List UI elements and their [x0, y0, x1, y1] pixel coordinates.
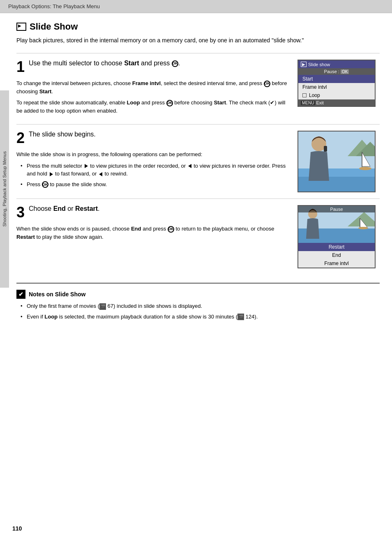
- step-2-left: 2 The slide show begins. While the slide…: [16, 131, 289, 192]
- loop-label: Loop: [309, 92, 320, 98]
- step-2-bullet-2: Press OK to pause the slide show.: [21, 180, 289, 189]
- step-3-left: 3 Choose End or Restart. When the slide …: [16, 205, 289, 268]
- ok-circle-3: OK: [42, 181, 48, 188]
- step-2-heading: 2 The slide show begins.: [16, 131, 289, 145]
- svg-point-7: [359, 167, 371, 170]
- menu-item-start: Start: [298, 75, 375, 83]
- photo-illustration-step2: [297, 131, 376, 192]
- slide-show-icon: [16, 23, 26, 31]
- step-3-heading: 3 Choose End or Restart.: [16, 205, 289, 220]
- menu-key: MENU: [301, 101, 315, 105]
- step-1-section: 1 Use the multi selector to choose Start…: [16, 53, 380, 124]
- right-arrow-icon: [85, 164, 88, 168]
- side-tab: Shooting, Playback and Setup Menus: [0, 90, 9, 288]
- step-2-right: [297, 131, 380, 192]
- header-text: Playback Options: The Playback Menu: [8, 3, 100, 9]
- left-arrow-icon: [188, 164, 191, 168]
- left-arrow-icon-2: [99, 172, 102, 176]
- step-3-body: When the slide show ends or is paused, c…: [16, 225, 289, 241]
- photo-svg: [298, 132, 376, 192]
- page-title: Slide Show: [30, 21, 78, 32]
- camera-menu-title-text: Slide show: [308, 62, 330, 67]
- step-1-para-1: To change the interval between pictures,…: [16, 79, 289, 95]
- ok-button-icon: OK: [172, 60, 178, 67]
- page-subtitle: Play back pictures, stored in the intern…: [16, 36, 380, 45]
- pause-menu-item-end: End: [298, 251, 375, 259]
- pause-menu-step3: Pause Restart End Frame intvl: [297, 205, 376, 268]
- step-1-para-2: To repeat the slide show automatically, …: [16, 99, 289, 115]
- notes-body: Only the first frame of movies (🎬 67) in…: [16, 302, 380, 321]
- notes-header: ✔ Notes on Slide Show: [16, 290, 380, 299]
- camera-menu-step1: ▶ Slide show Pause : OK Start Frame intv…: [297, 60, 376, 107]
- step-3-section: 3 Choose End or Restart. When the slide …: [16, 198, 380, 275]
- step-3-para: When the slide show ends or is paused, c…: [16, 225, 289, 241]
- ok-circle-1: OK: [264, 81, 270, 87]
- ok-circle-4: OK: [168, 226, 174, 233]
- step-2-body: While the slide show is in progress, the…: [16, 150, 289, 188]
- camera-menu-icon: ▶: [301, 62, 307, 67]
- step-2-bullets: Press the multi selector to view picture…: [16, 162, 289, 189]
- step-2-intro: While the slide show is in progress, the…: [16, 150, 289, 159]
- step-2-section: 2 The slide show begins. While the slide…: [16, 124, 380, 198]
- loop-checkbox: [302, 93, 307, 97]
- svg-rect-9: [324, 146, 327, 152]
- step-1-body: To change the interval between pictures,…: [16, 79, 289, 115]
- step-3-number: 3: [16, 205, 25, 220]
- step-1-heading-text: Use the multi selector to choose Start a…: [29, 60, 180, 67]
- page-number: 110: [12, 525, 22, 532]
- svg-point-15: [358, 227, 368, 229]
- step-1-number: 1: [16, 60, 25, 74]
- pause-photo: Pause: [298, 206, 375, 243]
- notes-checkmark-icon: ✔: [16, 290, 25, 299]
- header-bar: Playback Options: The Playback Menu: [0, 0, 392, 13]
- step-2-number: 2: [16, 131, 25, 145]
- step-3-right: Pause Restart End Frame intvl: [297, 205, 380, 268]
- side-tab-text: Shooting, Playback and Setup Menus: [2, 151, 7, 226]
- movie-icon-ref-2: 🎬: [238, 314, 244, 320]
- menu-item-loop: Loop: [298, 91, 375, 99]
- pause-bar: Pause: [298, 206, 375, 212]
- camera-menu-pause: Pause : OK: [298, 68, 375, 75]
- pause-menu-item-restart: Restart: [298, 243, 375, 251]
- pause-menu-item-frame-intvl: Frame intvl: [298, 259, 375, 268]
- step-2-bullet-1: Press the multi selector to view picture…: [21, 162, 289, 178]
- camera-menu-title: ▶ Slide show: [298, 60, 375, 68]
- step-1-heading: 1 Use the multi selector to choose Start…: [16, 60, 289, 74]
- notes-bullet-1: Only the first frame of movies (🎬 67) in…: [21, 302, 380, 310]
- menu-item-frame-intvl: Frame intvl: [298, 83, 375, 91]
- notes-bullet-2: Even if Loop is selected, the maximum pl…: [21, 313, 380, 321]
- notes-title: Notes on Slide Show: [29, 291, 85, 298]
- pause-menu-items: Restart End Frame intvl: [298, 243, 375, 268]
- step-2-heading-text: The slide show begins.: [29, 131, 96, 138]
- page-title-container: Slide Show: [16, 21, 380, 32]
- main-content: Slide Show Play back pictures, stored in…: [0, 13, 392, 337]
- notes-bullets: Only the first frame of movies (🎬 67) in…: [16, 302, 380, 321]
- movie-icon-ref-1: 🎬: [99, 303, 106, 310]
- step-3-heading-text: Choose End or Restart.: [29, 205, 100, 212]
- right-arrow-icon-2: [50, 172, 53, 176]
- step-1-right: ▶ Slide show Pause : OK Start Frame intv…: [297, 60, 380, 118]
- ok-circle-2: OK: [166, 100, 173, 106]
- camera-menu-items: Start Frame intvl Loop: [298, 75, 375, 99]
- camera-menu-footer: MENUExit: [298, 99, 375, 106]
- step-1-left: 1 Use the multi selector to choose Start…: [16, 60, 289, 118]
- notes-section: ✔ Notes on Slide Show Only the first fra…: [16, 283, 380, 329]
